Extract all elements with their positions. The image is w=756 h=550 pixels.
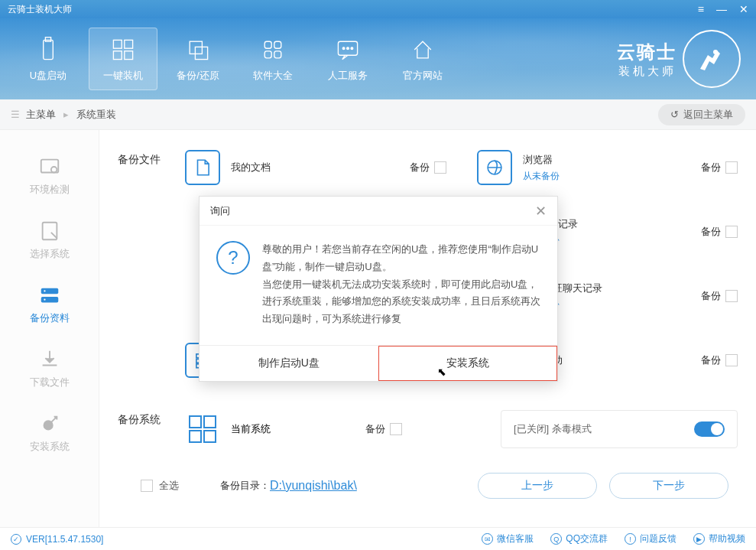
logo: 云骑士 装机大师: [617, 30, 741, 88]
backup-path-label: 备份目录：: [220, 479, 270, 493]
home-icon: [408, 35, 437, 64]
antivirus-label: [已关闭] 杀毒模式: [514, 422, 592, 436]
logo-subtitle: 装机大师: [617, 64, 677, 79]
sidebar-item-backup-data[interactable]: 备份资料: [0, 272, 99, 337]
nav-label: U盘启动: [30, 69, 67, 83]
item-title: 我的文档: [231, 161, 323, 174]
nav-usb-boot[interactable]: U盘启动: [14, 28, 83, 90]
backup-checkbox[interactable]: [390, 423, 402, 435]
window-controls: ≡ — ✕: [698, 3, 748, 15]
nav-support[interactable]: 人工服务: [313, 28, 382, 90]
next-button[interactable]: 下一步: [609, 473, 728, 499]
sidebar-label: 环境检测: [30, 183, 70, 197]
sidebar-item-download[interactable]: 下载文件: [0, 337, 99, 401]
return-main-button[interactable]: ↺ 返回主菜单: [658, 104, 745, 125]
wechat-icon: ✉: [482, 533, 493, 545]
logo-title: 云骑士: [617, 40, 677, 64]
document-icon: [185, 150, 220, 185]
breadcrumb: ☰ 主菜单 ▸ 系统重装 ↺ 返回主菜单: [0, 99, 756, 130]
svg-point-14: [347, 47, 349, 50]
select-all-checkbox[interactable]: [141, 480, 153, 492]
svg-rect-0: [44, 40, 54, 59]
breadcrumb-root[interactable]: 主菜单: [26, 108, 56, 122]
return-icon: ↺: [670, 109, 679, 120]
svg-rect-3: [125, 40, 133, 48]
svg-rect-9: [274, 41, 281, 48]
nav-software[interactable]: 软件大全: [238, 28, 307, 90]
antivirus-mode-panel: [已关闭] 杀毒模式: [501, 410, 738, 448]
svg-rect-20: [41, 288, 58, 295]
backup-checkbox[interactable]: [434, 161, 446, 174]
system-row: 当前系统 备份 [已关闭] 杀毒模式: [185, 405, 738, 453]
backup-label: 备份: [701, 289, 721, 303]
backup-checkbox[interactable]: [725, 226, 738, 238]
knight-icon: [683, 30, 741, 88]
svg-rect-21: [41, 297, 58, 303]
backup-label: 备份: [410, 161, 430, 174]
sidebar-item-install[interactable]: 安装系统: [0, 401, 99, 465]
version-label[interactable]: VER[11.5.47.1530]: [26, 534, 103, 545]
windows-logo-icon: [185, 412, 220, 447]
backup-checkbox[interactable]: [725, 290, 738, 302]
backup-path-link[interactable]: D:\yunqishi\bak\: [270, 479, 357, 493]
svg-rect-7: [195, 47, 207, 59]
svg-rect-10: [264, 51, 271, 58]
backup-label: 备份: [701, 225, 721, 239]
usb-icon: [34, 35, 63, 64]
svg-point-22: [44, 290, 45, 291]
sidebar: 环境检测 选择系统 备份资料 下载文件 安装系统: [0, 130, 99, 527]
footer-help-video[interactable]: ▶帮助视频: [693, 532, 745, 545]
make-usb-button[interactable]: 制作启动U盘: [200, 346, 378, 381]
nav-label: 一键装机: [103, 69, 143, 83]
nav-label: 官方网站: [403, 69, 443, 83]
chevron-right-icon: ▸: [63, 109, 69, 120]
backup-label: 备份: [365, 422, 385, 436]
close-icon[interactable]: ✕: [739, 3, 748, 15]
nav-website[interactable]: 官方网站: [388, 28, 457, 90]
svg-rect-38: [190, 431, 201, 442]
prev-button[interactable]: 上一步: [478, 473, 597, 499]
svg-rect-1: [45, 37, 50, 41]
backup-label: 备份: [701, 353, 721, 367]
check-icon: ✓: [11, 534, 21, 545]
backup-item-browser: 浏览器从未备份 备份: [477, 144, 738, 191]
list-icon: ☰: [11, 109, 20, 120]
footer-feedback[interactable]: !问题反馈: [625, 532, 677, 545]
app-name: 云骑士装机大师: [8, 3, 72, 16]
footer-qq-group[interactable]: QQQ交流群: [550, 532, 608, 545]
nav-one-click[interactable]: 一键装机: [89, 28, 157, 90]
section-backup-system-label: 备份系统: [118, 413, 161, 427]
backup-item-documents: 我的文档 备份: [185, 144, 446, 191]
windows-icon: [109, 35, 138, 64]
nav-label: 软件大全: [253, 69, 293, 83]
qq-icon: Q: [550, 533, 562, 545]
sidebar-label: 备份资料: [30, 311, 70, 325]
nav-backup-restore[interactable]: 备份/还原: [164, 28, 232, 90]
svg-point-16: [713, 50, 718, 54]
select-all[interactable]: 全选: [141, 479, 179, 493]
backup-label: 备份: [701, 161, 721, 174]
sidebar-item-env-check[interactable]: 环境检测: [0, 144, 99, 208]
dialog-title: 询问: [210, 204, 230, 218]
nav-label: 备份/还原: [177, 69, 219, 83]
title-bar: 云骑士装机大师 ≡ — ✕: [0, 0, 756, 18]
antivirus-toggle[interactable]: [694, 421, 725, 437]
copy-icon: [183, 35, 213, 64]
header: U盘启动 一键装机 备份/还原 软件大全 人工服务 官方网站 云骑士 装机大师: [0, 18, 756, 99]
dialog-message: 尊敬的用户！若您当前存在空闲的U盘，推荐您使用“制作启动U盘”功能，制作一键启动…: [262, 241, 540, 328]
backup-checkbox[interactable]: [725, 161, 738, 174]
menu-icon[interactable]: ≡: [698, 3, 704, 15]
dialog-close-button[interactable]: ✕: [535, 203, 547, 220]
confirm-dialog: 询问 ✕ ? 尊敬的用户！若您当前存在空闲的U盘，推荐您使用“制作启动U盘”功能…: [199, 196, 558, 382]
backup-checkbox[interactable]: [725, 354, 738, 366]
svg-rect-37: [204, 416, 216, 428]
footer-wechat[interactable]: ✉微信客服: [482, 532, 534, 545]
item-sub: 从未备份: [523, 170, 615, 183]
sidebar-item-select-system[interactable]: 选择系统: [0, 208, 99, 272]
svg-rect-6: [190, 41, 202, 54]
sidebar-label: 安装系统: [30, 440, 70, 454]
install-system-button[interactable]: 安装系统: [378, 346, 558, 381]
feedback-icon: !: [625, 533, 636, 545]
minimize-icon[interactable]: —: [716, 3, 727, 15]
item-title: 浏览器: [523, 153, 615, 167]
